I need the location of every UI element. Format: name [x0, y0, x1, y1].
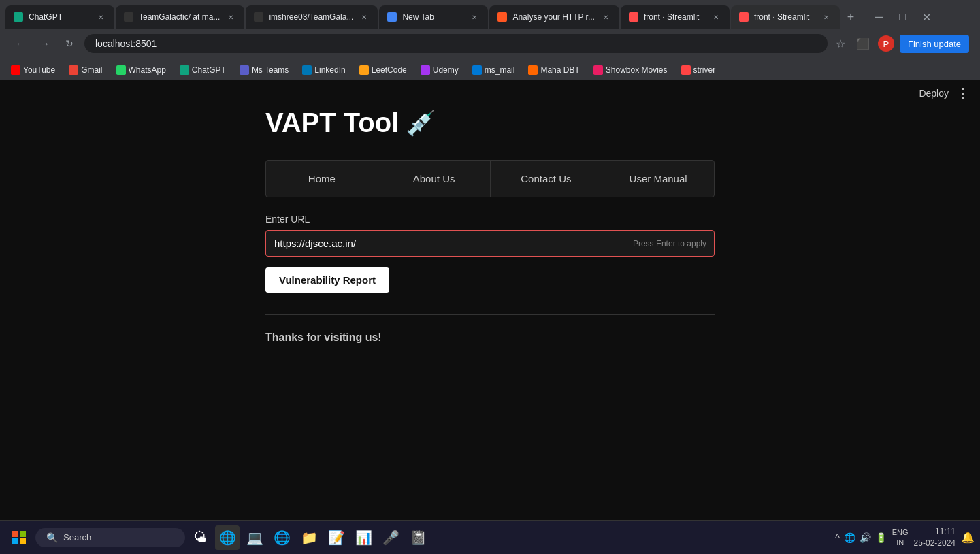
svg-rect-2	[12, 538, 18, 544]
profile-icon[interactable]: P	[878, 35, 894, 52]
tab-streamlit2-close[interactable]: ✕	[821, 12, 832, 22]
bookmark-msteams-label: Ms Teams	[252, 65, 289, 75]
svg-rect-1	[20, 531, 26, 537]
app-title: VAPT Tool 💉	[265, 108, 436, 138]
tab-analysehttp-title: Analyse your HTTP r...	[512, 12, 595, 22]
volume-icon[interactable]: 🔊	[860, 532, 871, 543]
taskbar-right: ^ 🌐 🔊 🔋 ENGIN 11:11 25-02-2024 🔔	[835, 526, 975, 549]
battery-icon[interactable]: 🔋	[875, 532, 887, 543]
time-text: 11:11	[935, 526, 956, 538]
nav-manual[interactable]: User Manual	[602, 161, 714, 197]
close-window-button[interactable]: ✕	[919, 8, 934, 27]
taskbar-vscode[interactable]: 💻	[242, 525, 267, 550]
tab-teamgalactic1-close[interactable]: ✕	[225, 12, 236, 22]
tab-teamgalactic1[interactable]: TeamGalactic/ at ma... ✕	[116, 5, 244, 29]
url-input[interactable]	[265, 230, 715, 257]
taskbar-explorer[interactable]: 📁	[297, 525, 321, 550]
analysehttp-favicon	[497, 12, 507, 22]
chevron-up-icon[interactable]: ^	[835, 532, 840, 543]
taskbar-search[interactable]: 🔍 Search	[35, 528, 185, 547]
window-controls: ─ □ ✕	[862, 8, 945, 27]
tab-chatgpt[interactable]: ChatGPT ✕	[5, 5, 114, 29]
bookmark-linkedin[interactable]: LinkedIn	[297, 64, 350, 76]
bookmark-msmail-label: ms_mail	[485, 65, 515, 75]
tab-chatgpt-title: ChatGPT	[29, 12, 90, 22]
vulnerability-report-button[interactable]: Vulnerability Report	[265, 267, 389, 293]
bookmark-mahadbt[interactable]: Maha DBT	[523, 64, 585, 76]
finish-update-button[interactable]: Finish update	[900, 35, 969, 53]
search-text: Search	[63, 532, 91, 542]
browser-chrome: ChatGPT ✕ TeamGalactic/ at ma... ✕ imshr…	[0, 0, 980, 80]
tab-teamgalactic2-close[interactable]: ✕	[359, 12, 370, 22]
taskbar-edge[interactable]: 🌐	[270, 525, 294, 550]
minimize-button[interactable]: ─	[872, 8, 885, 26]
bookmark-msmail[interactable]: ms_mail	[467, 64, 521, 76]
taskbar: 🔍 Search 🌤 🌐 💻 🌐 📁 📝 📊 🎤 📓 ^ 🌐 🔊 🔋 ENGIN…	[0, 520, 980, 554]
bookmark-striver[interactable]: striver	[676, 64, 721, 76]
bookmark-gmail[interactable]: Gmail	[63, 64, 108, 76]
taskbar-onenote[interactable]: 📓	[406, 525, 430, 550]
bookmark-chatgpt-label: ChatGPT	[192, 65, 226, 75]
chatgpt-bk-favicon	[180, 65, 189, 75]
tab-analysehttp-close[interactable]: ✕	[600, 12, 611, 22]
network-icon[interactable]: 🌐	[844, 532, 855, 543]
svg-rect-3	[20, 538, 26, 544]
streamlit1-favicon	[629, 12, 638, 22]
tab-streamlit2[interactable]: front · Streamlit ✕	[731, 5, 840, 29]
nav-bar: Home About Us Contact Us User Manual	[265, 160, 715, 197]
tab-teamgalactic1-title: TeamGalactic/ at ma...	[139, 12, 220, 22]
tab-streamlit1-close[interactable]: ✕	[710, 12, 721, 22]
menu-button[interactable]: ⋮	[957, 86, 969, 101]
taskbar-powerpoint[interactable]: 🎤	[378, 525, 403, 550]
section-divider	[265, 314, 715, 315]
tab-newtab-title: New Tab	[402, 12, 463, 22]
newtab-favicon	[387, 12, 397, 22]
forward-button[interactable]: →	[35, 34, 54, 53]
nav-home[interactable]: Home	[266, 161, 378, 197]
msmail-favicon	[472, 65, 482, 75]
tab-teamgalactic2-title: imshree03/TeamGala...	[269, 12, 353, 22]
start-button[interactable]	[5, 524, 33, 551]
gmail-favicon	[69, 65, 78, 75]
chatgpt-favicon	[14, 12, 23, 22]
bookmark-leetcode-label: LeetCode	[372, 65, 407, 75]
tab-newtab[interactable]: New Tab ✕	[379, 5, 488, 29]
taskbar-excel[interactable]: 📊	[351, 525, 376, 550]
star-icon[interactable]: ☆	[833, 35, 848, 53]
tab-chatgpt-close[interactable]: ✕	[95, 12, 106, 22]
search-icon: 🔍	[46, 532, 58, 543]
extensions-icon[interactable]: ⬛	[853, 35, 872, 53]
bookmark-striver-label: striver	[693, 65, 716, 75]
striver-favicon	[681, 65, 691, 75]
url-input-container: Press Enter to apply	[265, 230, 715, 257]
taskbar-word[interactable]: 📝	[324, 525, 348, 550]
bookmark-msteams[interactable]: Ms Teams	[234, 64, 294, 76]
tab-analysehttp[interactable]: Analyse your HTTP r... ✕	[489, 5, 619, 29]
url-bar[interactable]: localhost:8501	[84, 34, 828, 53]
address-bar: ← → ↻ localhost:8501 ☆ ⬛ P Finish update	[0, 29, 980, 59]
notification-icon[interactable]: 🔔	[961, 531, 975, 544]
bookmark-gmail-label: Gmail	[81, 65, 102, 75]
bookmark-udemy[interactable]: Udemy	[415, 64, 464, 76]
bookmark-chatgpt[interactable]: ChatGPT	[174, 64, 231, 76]
nav-about[interactable]: About Us	[378, 161, 491, 197]
maximize-button[interactable]: □	[896, 8, 909, 26]
back-button[interactable]: ←	[11, 34, 30, 53]
tab-teamgalactic2[interactable]: imshree03/TeamGala... ✕	[246, 5, 378, 29]
bookmark-leetcode[interactable]: LeetCode	[354, 64, 412, 76]
nav-contact[interactable]: Contact Us	[491, 161, 603, 197]
bookmark-youtube[interactable]: YouTube	[5, 64, 61, 76]
new-tab-button[interactable]: +	[841, 7, 860, 27]
mahadbt-favicon	[528, 65, 538, 75]
taskbar-weather[interactable]: 🌤	[188, 525, 212, 550]
bookmarks-bar: YouTube Gmail WhatsApp ChatGPT Ms Teams …	[0, 59, 980, 80]
reload-button[interactable]: ↻	[60, 34, 79, 53]
tab-newtab-close[interactable]: ✕	[469, 12, 480, 22]
bookmark-linkedin-label: LinkedIn	[314, 65, 345, 75]
tab-streamlit1[interactable]: front · Streamlit ✕	[621, 5, 730, 29]
taskbar-chrome[interactable]: 🌐	[215, 525, 240, 550]
bookmark-whatsapp[interactable]: WhatsApp	[111, 64, 172, 76]
bookmark-showbox[interactable]: Showbox Movies	[588, 64, 673, 76]
deploy-button[interactable]: Deploy	[919, 88, 949, 99]
tab-streamlit1-title: front · Streamlit	[644, 12, 705, 22]
